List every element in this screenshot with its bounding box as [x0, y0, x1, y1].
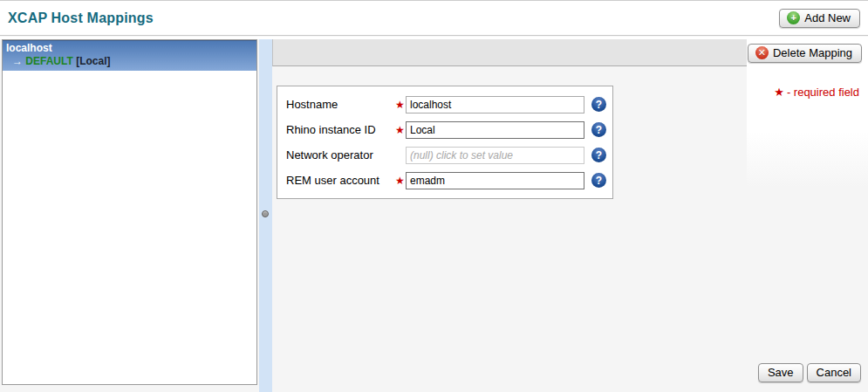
arrow-icon: → — [12, 55, 23, 67]
hostname-label: Hostname — [286, 98, 395, 111]
rem-user-help-icon[interactable]: ? — [591, 173, 606, 188]
tree-item-selected[interactable]: localhost → DEFAULT [Local] — [3, 40, 256, 71]
splitter-handle-icon[interactable] — [262, 210, 269, 217]
footer-actions: Save Cancel — [758, 363, 861, 382]
form-row-network-operator: Network operator ? — [286, 142, 605, 168]
hostname-required-star: ★ — [395, 99, 406, 111]
network-operator-help-icon[interactable]: ? — [591, 148, 606, 162]
panel-splitter[interactable] — [259, 39, 272, 392]
mapping-form: Hostname ★ ? Rhino instance ID ★ ? Netwo… — [277, 86, 613, 199]
cancel-button[interactable]: Cancel — [807, 363, 861, 382]
add-plus-icon: + — [787, 11, 800, 24]
rem-user-field[interactable] — [406, 172, 584, 189]
tree-mapping-suffix: [Local] — [76, 55, 110, 67]
required-field-legend: ★- required field — [774, 86, 859, 99]
tree-mapping-row[interactable]: → DEFAULT [Local] — [6, 55, 253, 68]
delete-mapping-button[interactable]: ✕ Delete Mapping — [748, 44, 862, 63]
rhino-instance-label: Rhino instance ID — [286, 123, 395, 136]
required-star-icon: ★ — [774, 86, 784, 99]
network-operator-field[interactable] — [406, 147, 584, 164]
save-button[interactable]: Save — [758, 363, 803, 382]
page-title: XCAP Host Mappings — [8, 10, 154, 26]
hostname-help-icon[interactable]: ? — [591, 97, 606, 112]
page-header: XCAP Host Mappings + Add New — [0, 1, 868, 36]
host-tree-panel: localhost → DEFAULT [Local] — [2, 39, 257, 385]
toolbar — [272, 39, 747, 66]
rhino-instance-field[interactable] — [406, 121, 584, 139]
network-operator-label: Network operator — [286, 148, 395, 162]
main-area: localhost → DEFAULT [Local] ✕ Delete Map… — [0, 37, 868, 392]
delete-x-icon: ✕ — [755, 46, 769, 59]
required-legend-text: - required field — [787, 86, 859, 99]
delete-mapping-label: Delete Mapping — [773, 46, 852, 59]
form-row-hostname: Hostname ★ ? — [286, 92, 605, 117]
rhino-instance-help-icon[interactable]: ? — [591, 122, 606, 137]
tree-host-label: localhost — [6, 42, 253, 55]
add-new-button[interactable]: + Add New — [779, 9, 860, 28]
form-row-rem-user: REM user account ★ ? — [286, 168, 605, 193]
rem-user-label: REM user account — [286, 174, 395, 187]
add-new-label: Add New — [804, 11, 851, 24]
rhino-instance-required-star: ★ — [395, 124, 406, 136]
rem-user-required-star: ★ — [395, 175, 406, 187]
tree-mapping-name: DEFAULT — [25, 55, 72, 67]
form-row-rhino-instance: Rhino instance ID ★ ? — [286, 117, 605, 142]
mapping-detail-panel: ✕ Delete Mapping ★- required field Hostn… — [272, 39, 868, 392]
hostname-field[interactable] — [406, 96, 584, 113]
